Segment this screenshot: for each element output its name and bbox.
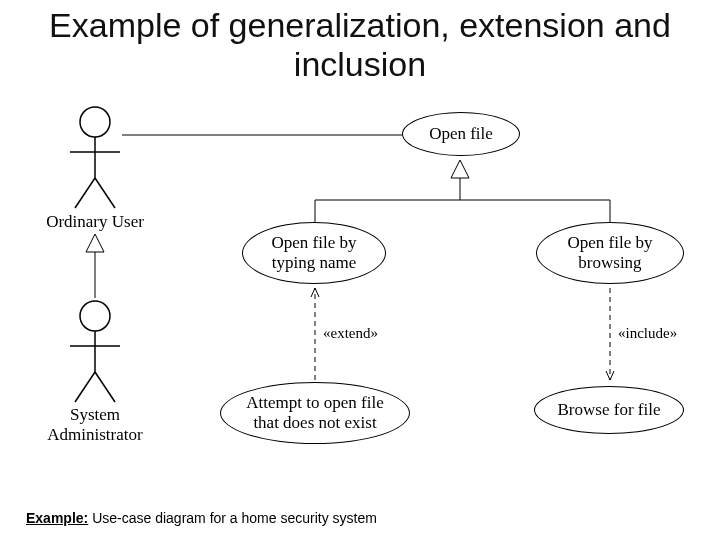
- stereotype-extend: «extend»: [323, 325, 378, 342]
- svg-line-3: [75, 178, 95, 208]
- usecase-open-file: Open file: [402, 112, 520, 156]
- stereotype-include: «include»: [618, 325, 677, 342]
- footer-caption: Example: Use-case diagram for a home sec…: [26, 510, 377, 526]
- text: that does not exist: [253, 413, 376, 432]
- svg-marker-12: [451, 160, 469, 178]
- text: Open file by: [568, 233, 653, 252]
- actor-system-admin: [70, 301, 120, 402]
- actor-label-system-admin: System Administrator: [40, 405, 150, 445]
- text: typing name: [272, 253, 357, 272]
- text: browsing: [578, 253, 641, 272]
- text: Administrator: [47, 425, 142, 444]
- svg-line-8: [75, 372, 95, 402]
- text: System: [70, 405, 120, 424]
- generalization-actor: [86, 234, 104, 298]
- usecase-open-by-browsing: Open file by browsing: [536, 222, 684, 284]
- svg-marker-11: [86, 234, 104, 252]
- text: Open file by: [272, 233, 357, 252]
- slide: Example of generalization, extension and…: [0, 0, 720, 540]
- footer-label: Example:: [26, 510, 88, 526]
- text: Attempt to open file: [246, 393, 383, 412]
- usecase-browse-for-file: Browse for file: [534, 386, 684, 434]
- svg-line-4: [95, 178, 115, 208]
- usecase-attempt-open: Attempt to open file that does not exist: [220, 382, 410, 444]
- page-title: Example of generalization, extension and…: [0, 6, 720, 84]
- svg-point-0: [80, 107, 110, 137]
- generalization-usecase: [315, 160, 610, 222]
- usecase-open-by-typing: Open file by typing name: [242, 222, 386, 284]
- actor-ordinary-user: [70, 107, 120, 208]
- uml-diagram: Ordinary User System Administrator Open …: [30, 100, 690, 480]
- svg-point-5: [80, 301, 110, 331]
- footer-text: Use-case diagram for a home security sys…: [88, 510, 377, 526]
- svg-line-9: [95, 372, 115, 402]
- actor-label-ordinary-user: Ordinary User: [40, 212, 150, 232]
